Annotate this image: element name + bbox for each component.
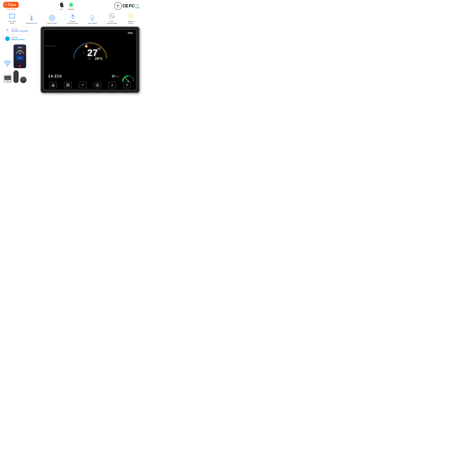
ce-cert: CE — [123, 3, 128, 8]
edit-svg — [108, 13, 115, 19]
uv-gauge: L M H UV index — [122, 74, 135, 82]
apple-platform: ios — [58, 1, 65, 10]
voice-icon — [88, 14, 96, 22]
svg-point-20 — [8, 30, 8, 30]
schedule-button[interactable] — [94, 82, 101, 88]
iso-cert: ISO 9001 CQC — [114, 2, 122, 10]
svg-text:⌂: ⌂ — [83, 51, 84, 54]
power-button[interactable] — [49, 82, 57, 88]
svg-rect-42 — [68, 85, 69, 86]
android-platform: Android — [68, 1, 74, 10]
device-buttons: °F — [46, 82, 134, 88]
sun-icon — [127, 12, 135, 20]
svg-point-19 — [7, 29, 8, 30]
finger-icon — [68, 12, 76, 20]
svg-text:H: H — [133, 80, 133, 81]
features-row: LCD TouchScreen Temperature Set — [0, 11, 143, 25]
svg-point-16 — [130, 15, 132, 17]
temp-set-label: Temperature Set — [26, 22, 37, 24]
alexa-badge: ○ works with amazon alexa — [3, 35, 38, 42]
voice-label: Voice Control — [88, 22, 97, 24]
fahrenheit-button[interactable]: °F — [79, 82, 86, 88]
svg-rect-39 — [67, 84, 68, 85]
feature-lcd: LCD TouchScreen — [8, 12, 16, 24]
svg-text:Set: Set — [88, 58, 91, 60]
main-content: works with Google Assistant ○ works with… — [0, 25, 143, 94]
svg-text:°C: °C — [97, 47, 101, 51]
svg-rect-3 — [71, 6, 72, 7]
gauge-area: /* inline ticks via SVG, approximated */ — [69, 33, 111, 64]
apple-icon — [58, 1, 65, 8]
tuya-logo: ● Tuya Tuya Smart — [3, 2, 18, 10]
phone-screen: 28.0 27 — [14, 45, 26, 68]
google-assistant-badge: works with Google Assistant — [3, 27, 38, 34]
svg-rect-14 — [91, 15, 94, 19]
tuya-brand-name: ● Tuya — [3, 2, 18, 8]
echo-cylinder — [14, 70, 18, 83]
target-svg — [49, 15, 55, 21]
svg-point-0 — [70, 3, 71, 4]
smart-display-item — [3, 74, 12, 83]
permanent-hold-text: Permanent Hold — [45, 45, 55, 47]
svg-text:M: M — [128, 75, 129, 76]
svg-point-12 — [52, 17, 52, 18]
humidity-unit: %RH — [116, 76, 119, 78]
thermostat-device: HOZJ Permanent Hold THU /* inline ticks … — [40, 27, 140, 93]
svg-rect-2 — [70, 6, 71, 7]
smart-speakers — [3, 70, 38, 83]
finger-svg — [69, 13, 76, 19]
svg-rect-40 — [68, 84, 69, 85]
wifi-icon — [3, 59, 12, 68]
time-display: 14:21h — [48, 74, 62, 78]
lcd-label: LCD TouchScreen — [8, 20, 16, 24]
platform-icons: ios Android — [58, 1, 74, 10]
echo-cylinder-item — [14, 70, 18, 83]
rohs-cert: ✓ RoHS — [135, 3, 140, 9]
svg-text:27: 27 — [19, 52, 20, 54]
humidity-display: 57 %RH — [112, 74, 119, 78]
svg-text:27: 27 — [87, 48, 98, 58]
google-icon — [5, 28, 10, 32]
menu-button[interactable] — [64, 82, 72, 88]
down-button[interactable] — [123, 82, 131, 88]
svg-point-21 — [7, 65, 8, 67]
feature-weather: WeatherDisplay — [127, 12, 135, 24]
tuya-subtitle: Tuya Smart — [6, 8, 16, 10]
day-label: THU — [128, 32, 133, 34]
weather-label: WeatherDisplay — [128, 20, 134, 24]
feature-programmable: 5+1+1Programmable — [107, 12, 117, 24]
ios-label: ios — [60, 8, 63, 10]
svg-text:🔥: 🔥 — [84, 43, 88, 48]
svg-point-1 — [71, 3, 72, 4]
svg-line-32 — [125, 78, 128, 81]
lcd-icon — [8, 12, 16, 20]
gauge-svg: /* inline ticks via SVG, approximated */ — [69, 33, 111, 64]
manual-auto-label: Manual/Automatic Mode — [67, 20, 78, 24]
feature-voice: Voice Control — [88, 14, 97, 24]
svg-text:L: L — [123, 80, 124, 81]
voice-svg — [89, 15, 96, 21]
echo-dot-item — [20, 77, 27, 83]
lcd-svg — [9, 13, 16, 19]
sun-svg — [127, 13, 134, 19]
svg-text:App: App — [18, 57, 21, 59]
svg-rect-41 — [67, 85, 68, 86]
svg-text:29°C: 29°C — [95, 57, 103, 61]
feature-accuracy: High Accuracy — [47, 14, 57, 24]
thermometer-icon — [28, 14, 35, 22]
up-button[interactable] — [108, 82, 116, 88]
feature-manual-auto: Manual/Automatic Mode — [67, 12, 78, 24]
svg-point-18 — [7, 30, 8, 31]
humidity-value: 57 — [112, 74, 115, 78]
alexa-works-text: works with amazon alexa — [11, 37, 25, 41]
wifi-section: 28.0 27 — [3, 44, 38, 68]
accuracy-label: High Accuracy — [47, 22, 57, 24]
programmable-label: 5+1+1Programmable — [107, 20, 117, 24]
target-icon — [48, 14, 56, 22]
android-icon — [68, 1, 74, 8]
android-label: Android — [68, 8, 74, 10]
feature-temp-set: Temperature Set — [26, 14, 37, 24]
svg-text:°F: °F — [82, 84, 84, 86]
svg-rect-5 — [10, 15, 14, 17]
echo-dot — [20, 77, 27, 83]
